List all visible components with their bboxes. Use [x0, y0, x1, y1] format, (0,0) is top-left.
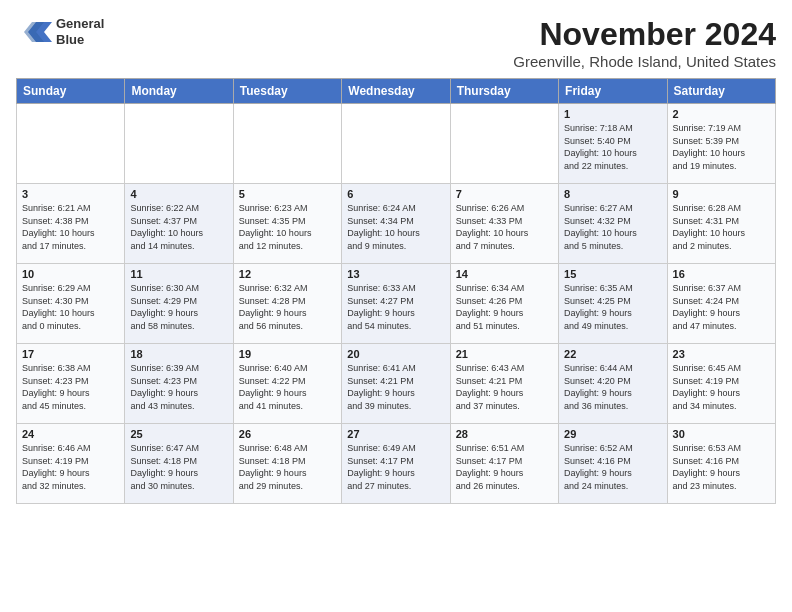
day-header-wednesday: Wednesday: [342, 79, 450, 104]
day-cell: 17Sunrise: 6:38 AM Sunset: 4:23 PM Dayli…: [17, 344, 125, 424]
day-info: Sunrise: 6:24 AM Sunset: 4:34 PM Dayligh…: [347, 202, 444, 252]
day-info: Sunrise: 7:18 AM Sunset: 5:40 PM Dayligh…: [564, 122, 661, 172]
day-cell: 18Sunrise: 6:39 AM Sunset: 4:23 PM Dayli…: [125, 344, 233, 424]
day-header-thursday: Thursday: [450, 79, 558, 104]
day-info: Sunrise: 6:34 AM Sunset: 4:26 PM Dayligh…: [456, 282, 553, 332]
day-info: Sunrise: 6:47 AM Sunset: 4:18 PM Dayligh…: [130, 442, 227, 492]
location: Greenville, Rhode Island, United States: [513, 53, 776, 70]
day-info: Sunrise: 6:39 AM Sunset: 4:23 PM Dayligh…: [130, 362, 227, 412]
day-number: 19: [239, 348, 336, 360]
day-number: 10: [22, 268, 119, 280]
day-cell: 12Sunrise: 6:32 AM Sunset: 4:28 PM Dayli…: [233, 264, 341, 344]
week-row-1: 1Sunrise: 7:18 AM Sunset: 5:40 PM Daylig…: [17, 104, 776, 184]
day-info: Sunrise: 6:22 AM Sunset: 4:37 PM Dayligh…: [130, 202, 227, 252]
day-cell: 3Sunrise: 6:21 AM Sunset: 4:38 PM Daylig…: [17, 184, 125, 264]
day-number: 30: [673, 428, 770, 440]
day-cell: 25Sunrise: 6:47 AM Sunset: 4:18 PM Dayli…: [125, 424, 233, 504]
day-number: 14: [456, 268, 553, 280]
day-info: Sunrise: 6:26 AM Sunset: 4:33 PM Dayligh…: [456, 202, 553, 252]
day-number: 5: [239, 188, 336, 200]
day-info: Sunrise: 6:23 AM Sunset: 4:35 PM Dayligh…: [239, 202, 336, 252]
day-info: Sunrise: 7:19 AM Sunset: 5:39 PM Dayligh…: [673, 122, 770, 172]
day-cell: [17, 104, 125, 184]
day-cell: 5Sunrise: 6:23 AM Sunset: 4:35 PM Daylig…: [233, 184, 341, 264]
day-cell: 15Sunrise: 6:35 AM Sunset: 4:25 PM Dayli…: [559, 264, 667, 344]
month-title: November 2024: [513, 16, 776, 53]
day-number: 26: [239, 428, 336, 440]
day-cell: 2Sunrise: 7:19 AM Sunset: 5:39 PM Daylig…: [667, 104, 775, 184]
title-area: November 2024 Greenville, Rhode Island, …: [513, 16, 776, 70]
day-number: 25: [130, 428, 227, 440]
day-info: Sunrise: 6:28 AM Sunset: 4:31 PM Dayligh…: [673, 202, 770, 252]
day-cell: 10Sunrise: 6:29 AM Sunset: 4:30 PM Dayli…: [17, 264, 125, 344]
logo-icon: [16, 18, 52, 46]
day-cell: 22Sunrise: 6:44 AM Sunset: 4:20 PM Dayli…: [559, 344, 667, 424]
day-number: 4: [130, 188, 227, 200]
header: General Blue November 2024 Greenville, R…: [16, 16, 776, 70]
day-info: Sunrise: 6:51 AM Sunset: 4:17 PM Dayligh…: [456, 442, 553, 492]
day-header-saturday: Saturday: [667, 79, 775, 104]
day-info: Sunrise: 6:38 AM Sunset: 4:23 PM Dayligh…: [22, 362, 119, 412]
day-cell: 1Sunrise: 7:18 AM Sunset: 5:40 PM Daylig…: [559, 104, 667, 184]
week-row-2: 3Sunrise: 6:21 AM Sunset: 4:38 PM Daylig…: [17, 184, 776, 264]
day-number: 27: [347, 428, 444, 440]
week-row-4: 17Sunrise: 6:38 AM Sunset: 4:23 PM Dayli…: [17, 344, 776, 424]
day-number: 9: [673, 188, 770, 200]
day-cell: [233, 104, 341, 184]
day-cell: [125, 104, 233, 184]
day-info: Sunrise: 6:32 AM Sunset: 4:28 PM Dayligh…: [239, 282, 336, 332]
day-number: 17: [22, 348, 119, 360]
day-cell: 21Sunrise: 6:43 AM Sunset: 4:21 PM Dayli…: [450, 344, 558, 424]
day-cell: 11Sunrise: 6:30 AM Sunset: 4:29 PM Dayli…: [125, 264, 233, 344]
day-info: Sunrise: 6:45 AM Sunset: 4:19 PM Dayligh…: [673, 362, 770, 412]
week-row-3: 10Sunrise: 6:29 AM Sunset: 4:30 PM Dayli…: [17, 264, 776, 344]
day-cell: 16Sunrise: 6:37 AM Sunset: 4:24 PM Dayli…: [667, 264, 775, 344]
day-number: 24: [22, 428, 119, 440]
day-number: 11: [130, 268, 227, 280]
calendar: SundayMondayTuesdayWednesdayThursdayFrid…: [16, 78, 776, 504]
day-number: 2: [673, 108, 770, 120]
day-number: 29: [564, 428, 661, 440]
day-number: 15: [564, 268, 661, 280]
day-number: 12: [239, 268, 336, 280]
day-number: 22: [564, 348, 661, 360]
day-cell: 24Sunrise: 6:46 AM Sunset: 4:19 PM Dayli…: [17, 424, 125, 504]
day-cell: 26Sunrise: 6:48 AM Sunset: 4:18 PM Dayli…: [233, 424, 341, 504]
day-number: 8: [564, 188, 661, 200]
week-row-5: 24Sunrise: 6:46 AM Sunset: 4:19 PM Dayli…: [17, 424, 776, 504]
day-cell: [450, 104, 558, 184]
day-cell: 28Sunrise: 6:51 AM Sunset: 4:17 PM Dayli…: [450, 424, 558, 504]
day-cell: 29Sunrise: 6:52 AM Sunset: 4:16 PM Dayli…: [559, 424, 667, 504]
logo-text: General Blue: [56, 16, 104, 47]
day-cell: 8Sunrise: 6:27 AM Sunset: 4:32 PM Daylig…: [559, 184, 667, 264]
day-info: Sunrise: 6:44 AM Sunset: 4:20 PM Dayligh…: [564, 362, 661, 412]
day-cell: 27Sunrise: 6:49 AM Sunset: 4:17 PM Dayli…: [342, 424, 450, 504]
day-info: Sunrise: 6:52 AM Sunset: 4:16 PM Dayligh…: [564, 442, 661, 492]
day-info: Sunrise: 6:33 AM Sunset: 4:27 PM Dayligh…: [347, 282, 444, 332]
day-cell: 20Sunrise: 6:41 AM Sunset: 4:21 PM Dayli…: [342, 344, 450, 424]
header-row: SundayMondayTuesdayWednesdayThursdayFrid…: [17, 79, 776, 104]
day-number: 13: [347, 268, 444, 280]
day-number: 20: [347, 348, 444, 360]
day-number: 18: [130, 348, 227, 360]
day-info: Sunrise: 6:49 AM Sunset: 4:17 PM Dayligh…: [347, 442, 444, 492]
day-header-sunday: Sunday: [17, 79, 125, 104]
day-header-friday: Friday: [559, 79, 667, 104]
day-info: Sunrise: 6:41 AM Sunset: 4:21 PM Dayligh…: [347, 362, 444, 412]
day-cell: 4Sunrise: 6:22 AM Sunset: 4:37 PM Daylig…: [125, 184, 233, 264]
day-number: 21: [456, 348, 553, 360]
day-cell: 23Sunrise: 6:45 AM Sunset: 4:19 PM Dayli…: [667, 344, 775, 424]
day-number: 3: [22, 188, 119, 200]
day-cell: 9Sunrise: 6:28 AM Sunset: 4:31 PM Daylig…: [667, 184, 775, 264]
day-number: 6: [347, 188, 444, 200]
day-cell: 30Sunrise: 6:53 AM Sunset: 4:16 PM Dayli…: [667, 424, 775, 504]
day-number: 16: [673, 268, 770, 280]
day-info: Sunrise: 6:48 AM Sunset: 4:18 PM Dayligh…: [239, 442, 336, 492]
day-info: Sunrise: 6:30 AM Sunset: 4:29 PM Dayligh…: [130, 282, 227, 332]
day-info: Sunrise: 6:46 AM Sunset: 4:19 PM Dayligh…: [22, 442, 119, 492]
day-info: Sunrise: 6:37 AM Sunset: 4:24 PM Dayligh…: [673, 282, 770, 332]
day-header-monday: Monday: [125, 79, 233, 104]
day-number: 23: [673, 348, 770, 360]
day-cell: 7Sunrise: 6:26 AM Sunset: 4:33 PM Daylig…: [450, 184, 558, 264]
day-info: Sunrise: 6:43 AM Sunset: 4:21 PM Dayligh…: [456, 362, 553, 412]
